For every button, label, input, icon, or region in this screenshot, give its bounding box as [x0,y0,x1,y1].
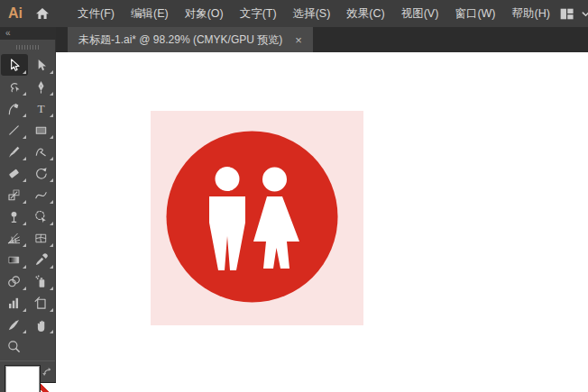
flyout-indicator [50,135,53,139]
panel-collapse-strip[interactable]: « [0,27,56,40]
ai-logo: Ai [8,5,23,22]
fill-stroke-swatches [0,360,55,392]
menu-file[interactable]: 文件(F) [69,0,123,27]
zoom-tool-icon [6,339,22,354]
direct-selection-tool-icon [33,58,49,73]
flyout-indicator [23,157,26,160]
document-area: 未标题-1.ai* @ 98.29% (CMYK/GPU 预览) × [56,27,588,392]
menu-select[interactable]: 选择(S) [285,0,339,27]
flyout-indicator [50,330,53,333]
close-tab-icon[interactable]: × [295,34,302,46]
flyout-indicator [50,243,53,247]
menu-object[interactable]: 对象(O) [177,0,232,27]
shaper-tool-icon [33,144,49,160]
eraser-tool-icon [6,166,22,181]
line-segment-tool-icon [6,123,22,138]
menu-window[interactable]: 窗口(W) [446,0,503,27]
rectangle-tool-icon [33,123,49,138]
toolbar-drag-handle[interactable] [16,45,40,50]
flyout-indicator [50,308,53,312]
rotate-tool-icon [33,166,49,181]
flyout-indicator [50,92,53,96]
swap-fill-stroke-button[interactable] [41,365,54,382]
flyout-indicator [23,287,26,290]
artwork-background-square[interactable] [151,111,363,325]
flyout-indicator [50,70,53,74]
flyout-indicator [50,178,53,182]
flyout-indicator [23,243,26,247]
menu-type[interactable]: 文字(T) [232,0,285,27]
tool-symbol-sprayer[interactable] [28,270,55,292]
symbol-sprayer-tool-icon [33,274,49,289]
tool-lasso[interactable] [1,76,28,97]
menu-help[interactable]: 帮助(H) [504,0,558,27]
tool-shaper[interactable] [28,141,55,162]
flyout-indicator [23,222,26,225]
menu-view[interactable]: 视图(V) [393,0,447,27]
workspace-switcher-icon [558,5,575,23]
tool-gradient[interactable] [1,249,28,270]
puppet-warp-tool-icon [6,209,22,224]
flyout-indicator [50,287,53,290]
eyedropper-tool-icon [33,252,49,268]
shape-builder-tool-icon [33,209,49,224]
workspace-switcher-button[interactable] [558,5,575,23]
tool-selection[interactable] [1,54,28,76]
tool-line-segment[interactable] [1,119,28,141]
artboard-tool-icon [33,296,49,311]
illustrator-window: Ai 文件(F) 编辑(E) 对象(O) 文字(T) 选择(S) 效果(C) 视… [0,0,588,392]
tool-blend[interactable] [1,270,28,292]
tools-panel: « [0,27,56,392]
tool-eraser[interactable] [1,162,28,184]
fill-swatch[interactable] [5,365,41,392]
flyout-indicator [23,200,26,204]
pen-tool-icon [33,79,49,95]
flyout-indicator [50,157,53,160]
tool-direct-selection[interactable] [28,54,55,76]
column-graph-tool-icon [6,296,22,311]
tool-scale[interactable] [1,184,28,205]
tool-rectangle[interactable] [28,119,55,141]
svg-text:T: T [37,101,44,114]
perspective-grid-tool-icon [6,231,22,246]
tool-paintbrush[interactable] [1,141,28,162]
tool-zoom[interactable] [1,335,28,357]
tool-curvature[interactable] [1,97,28,119]
tool-type[interactable]: T [28,97,55,119]
tool-pen[interactable] [28,76,55,97]
mesh-tool-icon [33,231,49,246]
tool-perspective-grid[interactable] [1,227,28,249]
home-icon [34,5,51,22]
document-tab[interactable]: 未标题-1.ai* @ 98.29% (CMYK/GPU 预览) × [68,27,313,52]
width-tool-icon [33,187,49,203]
menubar: Ai 文件(F) 编辑(E) 对象(O) 文字(T) 选择(S) 效果(C) 视… [0,0,588,27]
tool-width[interactable] [28,184,55,205]
tool-empty-cell [28,335,55,357]
tool-rotate[interactable] [28,162,55,184]
canvas[interactable] [56,52,588,392]
tool-artboard[interactable] [28,292,55,314]
tool-knife[interactable] [1,314,28,335]
tool-hand[interactable] [28,314,55,335]
tool-shape-builder[interactable] [28,205,55,227]
workspace-menu-button[interactable] [581,9,588,19]
home-button[interactable] [34,5,51,22]
flyout-indicator [23,178,26,182]
document-tab-title: 未标题-1.ai* @ 98.29% (CMYK/GPU 预览) [78,32,282,48]
flyout-indicator [23,70,26,74]
swap-fill-stroke-icon [41,365,54,378]
flyout-indicator [23,308,26,312]
tool-mesh[interactable] [28,227,55,249]
menu-effect[interactable]: 效果(C) [338,0,392,27]
tool-puppet-warp[interactable] [1,205,28,227]
flyout-indicator [23,92,26,96]
flyout-indicator [23,135,26,139]
knife-tool-icon [6,317,22,333]
menu-edit[interactable]: 编辑(E) [123,0,177,27]
lasso-tool-icon [6,79,22,95]
collapse-panel-icon: « [5,28,11,38]
restroom-icon-artwork [151,111,363,325]
tool-column-graph[interactable] [1,292,28,314]
tool-eyedropper[interactable] [28,249,55,270]
curvature-tool-icon [6,101,22,116]
